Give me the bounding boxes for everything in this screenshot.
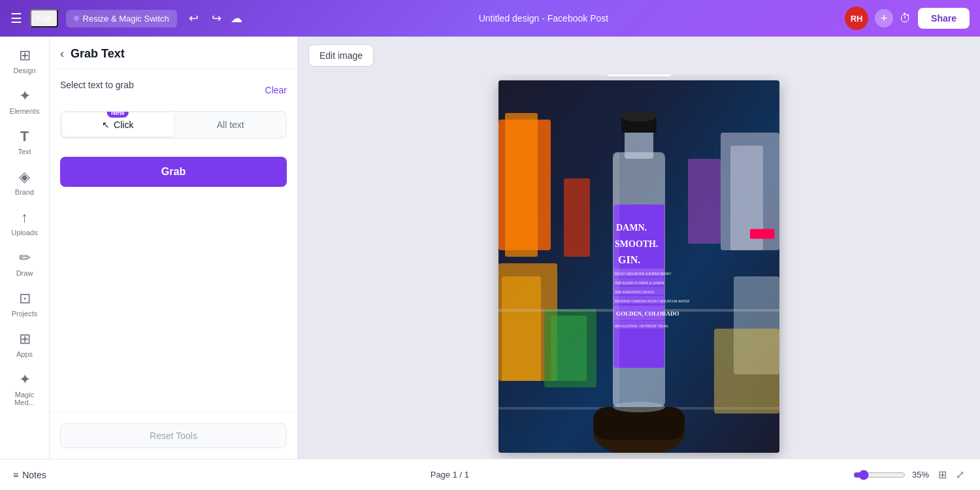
- resize-magic-switch-button[interactable]: Resize & Magic Switch: [66, 10, 177, 27]
- svg-text:SMOOTH.: SMOOTH.: [615, 239, 659, 249]
- svg-rect-4: [502, 276, 541, 381]
- back-button[interactable]: ‹: [60, 47, 64, 61]
- canvas-viewport[interactable]: ⊞ Show pages: [298, 74, 980, 459]
- topbar: ☰ File Resize & Magic Switch ↩ ↪ ☁ Untit…: [0, 0, 980, 37]
- canvas-toolbar: Edit image: [298, 37, 980, 74]
- clear-button[interactable]: Clear: [265, 85, 287, 95]
- grab-button[interactable]: Grab: [60, 157, 287, 187]
- panel-footer: Reset Tools: [50, 412, 297, 459]
- all-text-mode-button[interactable]: All text: [175, 112, 287, 138]
- uploads-icon: ↑: [21, 209, 28, 226]
- document-title: Untitled design - Facebook Post: [479, 13, 608, 24]
- magic-icon: ✦: [19, 371, 31, 388]
- apps-icon: ⊞: [19, 331, 31, 348]
- svg-text:ROCKY MOUNTAIN JUNIPER BERRY: ROCKY MOUNTAIN JUNIPER BERRY: [615, 272, 672, 276]
- panel-title: Grab Text: [71, 47, 125, 61]
- sidebar-label-projects: Projects: [12, 310, 38, 318]
- zoom-controls: 35% ⊞ ⤢: [853, 466, 967, 483]
- undo-button[interactable]: ↩: [185, 8, 203, 28]
- svg-text:AND ELDER FLOWER & LEMON: AND ELDER FLOWER & LEMON: [615, 281, 664, 285]
- zoom-level: 35%: [912, 470, 929, 480]
- show-pages-button[interactable]: ⊞ Show pages: [606, 74, 672, 77]
- svg-rect-12: [688, 159, 721, 244]
- all-text-label: All text: [217, 120, 244, 130]
- panel-header: ‹ Grab Text: [50, 37, 297, 69]
- sidebar-item-text[interactable]: T Text: [3, 123, 47, 161]
- click-label: Click: [114, 120, 133, 130]
- sidebar-item-magic[interactable]: ✦ Magic Med...: [3, 366, 47, 412]
- draw-icon: ✏: [19, 250, 31, 267]
- topbar-left: ☰ File Resize & Magic Switch ↩ ↪ ☁: [10, 8, 242, 28]
- text-icon: T: [20, 128, 29, 145]
- bottom-bar: ≡ Notes Page 1 / 1 35% ⊞ ⤢: [0, 459, 980, 490]
- sidebar-label-magic: Magic Med...: [5, 391, 44, 406]
- panel-content: Select text to grab Clear New ↖ Click Al…: [50, 69, 297, 412]
- sidebar-item-brand[interactable]: ◈ Brand: [3, 163, 47, 201]
- sidebar-label-design: Design: [13, 67, 35, 74]
- resize-label: Resize & Magic Switch: [83, 14, 169, 24]
- topbar-center: Untitled design - Facebook Post: [250, 13, 837, 24]
- canvas-svg: DAMN. SMOOTH. GIN. ROCKY MOUNTAIN JUNIPE…: [498, 80, 779, 453]
- svg-text:DAMN.: DAMN.: [616, 223, 647, 233]
- reset-tools-button[interactable]: Reset Tools: [60, 423, 287, 448]
- cursor-icon: ↖: [102, 120, 110, 130]
- svg-text:GIN.: GIN.: [618, 254, 640, 265]
- file-button[interactable]: File: [30, 9, 58, 27]
- elements-icon: ✦: [19, 88, 31, 105]
- sidebar-label-apps: Apps: [16, 350, 33, 358]
- sidebar-item-apps[interactable]: ⊞ Apps: [3, 325, 47, 363]
- svg-text:REVERSE OSMOSIS ROCKY MOUNTAIN: REVERSE OSMOSIS ROCKY MOUNTAIN WATER: [615, 299, 690, 303]
- hamburger-button[interactable]: ☰: [10, 10, 22, 26]
- sidebar-item-design[interactable]: ⊞ Design: [3, 42, 47, 80]
- grid-view-button[interactable]: ⊞: [936, 466, 949, 483]
- cloud-save-icon[interactable]: ☁: [231, 11, 242, 25]
- svg-rect-10: [714, 329, 779, 414]
- svg-rect-9: [551, 316, 587, 381]
- text-mode-toggle: New ↖ Click All text: [60, 111, 287, 139]
- fullscreen-button[interactable]: ⤢: [953, 466, 967, 483]
- svg-text:AND KANGAROO GRASS: AND KANGAROO GRASS: [615, 290, 654, 294]
- design-icon: ⊞: [19, 47, 31, 64]
- svg-text:95% ALCOHOL • 80 PROOF     750: 95% ALCOHOL • 80 PROOF 750 ML: [615, 324, 668, 328]
- brand-icon: ◈: [19, 169, 30, 186]
- page-info: Page 1 / 1: [431, 470, 469, 480]
- sidebar-label-brand: Brand: [15, 188, 34, 196]
- resize-dot: [74, 16, 79, 21]
- sidebar-label-draw: Draw: [16, 269, 33, 277]
- main-layout: ⊞ Design ✦ Elements T Text ◈ Brand ↑ Upl…: [0, 37, 980, 459]
- add-collaborator-button[interactable]: +: [875, 9, 893, 27]
- svg-rect-38: [750, 229, 775, 239]
- sidebar-item-projects[interactable]: ⊡ Projects: [3, 285, 47, 323]
- sidebar-item-draw[interactable]: ✏ Draw: [3, 244, 47, 282]
- projects-icon: ⊡: [19, 290, 31, 307]
- share-button[interactable]: Share: [918, 8, 970, 29]
- svg-rect-39: [613, 152, 619, 407]
- zoom-slider[interactable]: [853, 470, 906, 480]
- click-mode-button[interactable]: New ↖ Click: [62, 113, 174, 137]
- sidebar-item-elements[interactable]: ✦ Elements: [3, 82, 47, 120]
- topbar-right: RH + ⏱ Share: [845, 7, 970, 30]
- edit-image-button[interactable]: Edit image: [308, 44, 374, 67]
- sidebar-label-elements: Elements: [10, 107, 40, 115]
- sidebar-label-text: Text: [18, 148, 31, 155]
- canvas-image: DAMN. SMOOTH. GIN. ROCKY MOUNTAIN JUNIPE…: [498, 80, 779, 453]
- new-badge: New: [107, 111, 129, 118]
- avatar[interactable]: RH: [845, 7, 868, 30]
- redo-button[interactable]: ↪: [208, 8, 225, 28]
- select-text-label: Select text to grab: [60, 80, 134, 90]
- notes-icon: ≡: [13, 470, 18, 480]
- svg-rect-11: [564, 178, 590, 257]
- svg-point-20: [621, 111, 657, 122]
- svg-rect-2: [505, 113, 538, 257]
- svg-text:GOLDEN, COLORADO: GOLDEN, COLORADO: [616, 310, 679, 317]
- sidebar-item-uploads[interactable]: ↑ Uploads: [3, 204, 47, 242]
- notes-button[interactable]: ≡ Notes: [13, 470, 46, 480]
- notes-label: Notes: [22, 470, 46, 480]
- topbar-actions: ↩ ↪ ☁: [185, 8, 242, 28]
- view-buttons: ⊞ ⤢: [936, 466, 967, 483]
- grab-text-panel: ‹ Grab Text Select text to grab Clear Ne…: [50, 37, 298, 459]
- svg-point-40: [613, 402, 665, 412]
- canvas-area: Edit image ⊞ Show pages: [298, 37, 980, 459]
- timer-icon[interactable]: ⏱: [900, 12, 911, 25]
- sidebar-label-uploads: Uploads: [11, 229, 37, 237]
